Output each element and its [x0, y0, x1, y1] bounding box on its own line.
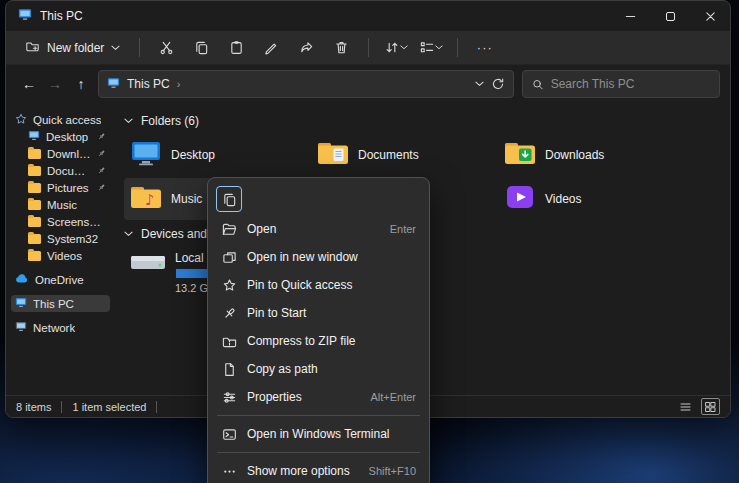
tile-videos[interactable]: Videos: [498, 178, 685, 220]
search-icon: [532, 78, 544, 91]
large-icons-view-button[interactable]: [701, 398, 720, 415]
selection-count: 1 item selected: [72, 401, 146, 413]
new-folder-icon: [25, 39, 40, 56]
menu-item-label: Pin to Start: [247, 306, 406, 320]
sidebar-item-videos[interactable]: Videos: [11, 247, 110, 264]
folders-header-label: Folders (6): [141, 114, 199, 128]
pin-star-icon: [221, 277, 237, 293]
music-folder-icon: ♪: [130, 183, 162, 215]
sidebar-item-documents[interactable]: Documents: [11, 162, 110, 179]
menu-item-label: Pin to Quick access: [247, 278, 406, 292]
svg-text:♪: ♪: [145, 191, 155, 209]
chevron-down-icon: [435, 45, 443, 50]
view-button[interactable]: [414, 34, 447, 61]
context-menu-item-show-more-options[interactable]: Show more options Shift+F10: [213, 457, 424, 483]
sidebar-item-this-pc[interactable]: This PC: [11, 295, 110, 312]
paste-icon: [229, 40, 244, 55]
maximize-button[interactable]: [650, 1, 690, 31]
sidebar-item-quick-access[interactable]: Quick access: [11, 111, 110, 128]
hard-drive-icon: [130, 250, 166, 280]
sidebar-item-music[interactable]: Music: [11, 196, 110, 213]
sort-button[interactable]: [379, 34, 412, 61]
context-menu: Open Enter Open in new window Pin to Qui…: [207, 177, 430, 483]
address-dropdown-icon[interactable]: [475, 81, 484, 87]
context-menu-item-properties[interactable]: Properties Alt+Enter: [213, 383, 424, 411]
sidebar-item-label: Quick access: [33, 114, 101, 126]
context-menu-item-pin-quick-access[interactable]: Pin to Quick access: [213, 271, 424, 299]
sidebar-item-label: Network: [33, 322, 75, 334]
folders-section-header[interactable]: Folders (6): [124, 111, 724, 131]
menu-item-label: Properties: [247, 390, 360, 404]
details-view-button[interactable]: [676, 398, 695, 415]
context-menu-item-open-windows-terminal[interactable]: Open in Windows Terminal: [213, 420, 424, 448]
page-icon: [221, 361, 237, 377]
context-menu-item-open-new-window[interactable]: Open in new window: [213, 243, 424, 271]
large-icons-view-icon: [704, 401, 717, 413]
sidebar-item-label: This PC: [33, 298, 74, 310]
context-menu-item-copy-as-path[interactable]: Copy as path: [213, 355, 424, 383]
sidebar-item-label: Pictures: [47, 182, 89, 194]
context-menu-item-compress-zip[interactable]: Compress to ZIP file: [213, 327, 424, 355]
sidebar-item-downloads[interactable]: Downloads: [11, 145, 110, 162]
open-folder-icon: [221, 221, 237, 237]
chevron-down-icon: [111, 45, 120, 51]
network-icon: [15, 321, 27, 334]
tile-documents[interactable]: Documents: [311, 134, 498, 176]
sidebar-item-screenshots[interactable]: Screenshots: [11, 213, 110, 230]
search-input[interactable]: [551, 77, 710, 91]
details-view-icon: [679, 401, 692, 413]
sidebar-item-label: Music: [47, 199, 77, 211]
sidebar-item-network[interactable]: Network: [11, 319, 110, 336]
share-button[interactable]: [290, 34, 323, 61]
sidebar-item-system32[interactable]: System32: [11, 230, 110, 247]
pin-icon: [221, 305, 237, 321]
chevron-down-icon: [124, 231, 133, 237]
chevron-right-icon: ›: [177, 78, 181, 90]
sidebar-item-onedrive[interactable]: OneDrive: [11, 271, 110, 288]
menu-item-shortcut: Enter: [390, 223, 416, 235]
context-menu-item-open[interactable]: Open Enter: [213, 215, 424, 243]
tile-label: Documents: [358, 148, 419, 162]
address-bar[interactable]: This PC›: [98, 70, 514, 98]
pc-icon: [18, 7, 32, 25]
copy-icon: [222, 192, 237, 207]
sidebar-item-desktop[interactable]: Desktop: [11, 128, 110, 145]
tile-downloads[interactable]: Downloads: [498, 134, 685, 176]
paste-button[interactable]: [220, 34, 253, 61]
breadcrumb-this-pc[interactable]: This PC: [127, 77, 170, 91]
tile-desktop[interactable]: Desktop: [124, 134, 311, 176]
breadcrumb[interactable]: This PC›: [127, 77, 180, 91]
pc-icon: [107, 75, 120, 93]
rename-button[interactable]: [255, 34, 288, 61]
scissors-icon: [159, 40, 174, 55]
rename-icon: [264, 40, 279, 55]
status-separator: [156, 401, 157, 413]
more-options-button[interactable]: ···: [468, 34, 501, 61]
window-controls: [610, 1, 730, 31]
tile-label: Videos: [545, 192, 581, 206]
search-box[interactable]: [522, 70, 720, 98]
forward-button[interactable]: →: [42, 71, 68, 97]
quick-copy-button[interactable]: [216, 186, 242, 212]
delete-button[interactable]: [325, 34, 358, 61]
copy-button[interactable]: [185, 34, 218, 61]
refresh-icon[interactable]: [491, 77, 505, 91]
sidebar-item-label: Downloads: [47, 148, 91, 160]
new-folder-button[interactable]: New folder: [16, 34, 129, 61]
back-button[interactable]: ←: [16, 71, 42, 97]
close-button[interactable]: [690, 1, 730, 31]
trash-icon: [334, 40, 349, 55]
minimize-button[interactable]: [610, 1, 650, 31]
new-window-icon: [221, 249, 237, 265]
items-count: 8 items: [16, 401, 51, 413]
ellipsis-icon: ···: [477, 40, 493, 55]
more-options-icon: [221, 463, 237, 479]
toolbar-separator: [457, 38, 458, 57]
menu-item-label: Show more options: [247, 464, 359, 478]
toolbar-separator: [368, 38, 369, 57]
up-button[interactable]: ↑: [68, 71, 94, 97]
context-menu-item-pin-start[interactable]: Pin to Start: [213, 299, 424, 327]
sidebar-item-pictures[interactable]: Pictures: [11, 179, 110, 196]
cut-button[interactable]: [150, 34, 183, 61]
title-bar[interactable]: This PC: [6, 1, 730, 31]
